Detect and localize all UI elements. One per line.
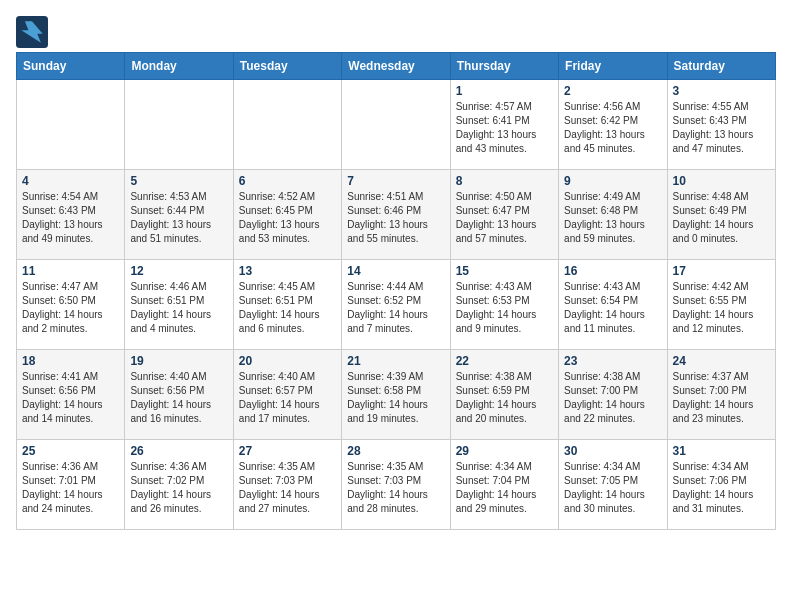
day-number: 21 [347, 354, 444, 368]
day-number: 2 [564, 84, 661, 98]
day-number: 26 [130, 444, 227, 458]
day-info: Sunrise: 4:42 AM Sunset: 6:55 PM Dayligh… [673, 280, 770, 336]
day-number: 24 [673, 354, 770, 368]
calendar-cell: 23Sunrise: 4:38 AM Sunset: 7:00 PM Dayli… [559, 350, 667, 440]
day-number: 19 [130, 354, 227, 368]
day-number: 30 [564, 444, 661, 458]
calendar-cell [342, 80, 450, 170]
day-info: Sunrise: 4:40 AM Sunset: 6:57 PM Dayligh… [239, 370, 336, 426]
day-info: Sunrise: 4:50 AM Sunset: 6:47 PM Dayligh… [456, 190, 553, 246]
day-number: 23 [564, 354, 661, 368]
day-number: 27 [239, 444, 336, 458]
calendar-cell: 9Sunrise: 4:49 AM Sunset: 6:48 PM Daylig… [559, 170, 667, 260]
day-info: Sunrise: 4:41 AM Sunset: 6:56 PM Dayligh… [22, 370, 119, 426]
day-number: 25 [22, 444, 119, 458]
calendar-body: 1Sunrise: 4:57 AM Sunset: 6:41 PM Daylig… [17, 80, 776, 530]
day-number: 3 [673, 84, 770, 98]
calendar-cell: 30Sunrise: 4:34 AM Sunset: 7:05 PM Dayli… [559, 440, 667, 530]
day-info: Sunrise: 4:53 AM Sunset: 6:44 PM Dayligh… [130, 190, 227, 246]
day-number: 22 [456, 354, 553, 368]
calendar-cell: 6Sunrise: 4:52 AM Sunset: 6:45 PM Daylig… [233, 170, 341, 260]
week-row-2: 11Sunrise: 4:47 AM Sunset: 6:50 PM Dayli… [17, 260, 776, 350]
calendar-cell [233, 80, 341, 170]
calendar-cell: 27Sunrise: 4:35 AM Sunset: 7:03 PM Dayli… [233, 440, 341, 530]
calendar-cell: 11Sunrise: 4:47 AM Sunset: 6:50 PM Dayli… [17, 260, 125, 350]
calendar-cell [125, 80, 233, 170]
day-info: Sunrise: 4:45 AM Sunset: 6:51 PM Dayligh… [239, 280, 336, 336]
calendar-cell: 24Sunrise: 4:37 AM Sunset: 7:00 PM Dayli… [667, 350, 775, 440]
day-number: 1 [456, 84, 553, 98]
day-number: 18 [22, 354, 119, 368]
calendar-cell: 16Sunrise: 4:43 AM Sunset: 6:54 PM Dayli… [559, 260, 667, 350]
day-number: 20 [239, 354, 336, 368]
day-info: Sunrise: 4:43 AM Sunset: 6:54 PM Dayligh… [564, 280, 661, 336]
day-info: Sunrise: 4:57 AM Sunset: 6:41 PM Dayligh… [456, 100, 553, 156]
day-info: Sunrise: 4:39 AM Sunset: 6:58 PM Dayligh… [347, 370, 444, 426]
calendar-cell: 21Sunrise: 4:39 AM Sunset: 6:58 PM Dayli… [342, 350, 450, 440]
calendar-cell: 3Sunrise: 4:55 AM Sunset: 6:43 PM Daylig… [667, 80, 775, 170]
day-info: Sunrise: 4:56 AM Sunset: 6:42 PM Dayligh… [564, 100, 661, 156]
logo [16, 16, 52, 48]
calendar-cell: 2Sunrise: 4:56 AM Sunset: 6:42 PM Daylig… [559, 80, 667, 170]
week-row-4: 25Sunrise: 4:36 AM Sunset: 7:01 PM Dayli… [17, 440, 776, 530]
calendar-cell: 19Sunrise: 4:40 AM Sunset: 6:56 PM Dayli… [125, 350, 233, 440]
calendar-cell: 4Sunrise: 4:54 AM Sunset: 6:43 PM Daylig… [17, 170, 125, 260]
day-info: Sunrise: 4:36 AM Sunset: 7:01 PM Dayligh… [22, 460, 119, 516]
calendar-table: SundayMondayTuesdayWednesdayThursdayFrid… [16, 52, 776, 530]
day-info: Sunrise: 4:37 AM Sunset: 7:00 PM Dayligh… [673, 370, 770, 426]
calendar-cell: 20Sunrise: 4:40 AM Sunset: 6:57 PM Dayli… [233, 350, 341, 440]
day-number: 31 [673, 444, 770, 458]
day-number: 13 [239, 264, 336, 278]
day-number: 14 [347, 264, 444, 278]
calendar-cell: 8Sunrise: 4:50 AM Sunset: 6:47 PM Daylig… [450, 170, 558, 260]
week-row-3: 18Sunrise: 4:41 AM Sunset: 6:56 PM Dayli… [17, 350, 776, 440]
header-saturday: Saturday [667, 53, 775, 80]
logo-icon [16, 16, 48, 48]
calendar-cell: 25Sunrise: 4:36 AM Sunset: 7:01 PM Dayli… [17, 440, 125, 530]
day-info: Sunrise: 4:34 AM Sunset: 7:05 PM Dayligh… [564, 460, 661, 516]
calendar-cell: 18Sunrise: 4:41 AM Sunset: 6:56 PM Dayli… [17, 350, 125, 440]
calendar-cell: 12Sunrise: 4:46 AM Sunset: 6:51 PM Dayli… [125, 260, 233, 350]
day-info: Sunrise: 4:38 AM Sunset: 6:59 PM Dayligh… [456, 370, 553, 426]
day-number: 6 [239, 174, 336, 188]
day-number: 8 [456, 174, 553, 188]
calendar-cell: 5Sunrise: 4:53 AM Sunset: 6:44 PM Daylig… [125, 170, 233, 260]
day-info: Sunrise: 4:46 AM Sunset: 6:51 PM Dayligh… [130, 280, 227, 336]
page-header [16, 16, 776, 48]
calendar-cell: 15Sunrise: 4:43 AM Sunset: 6:53 PM Dayli… [450, 260, 558, 350]
header-row: SundayMondayTuesdayWednesdayThursdayFrid… [17, 53, 776, 80]
header-thursday: Thursday [450, 53, 558, 80]
calendar-cell: 17Sunrise: 4:42 AM Sunset: 6:55 PM Dayli… [667, 260, 775, 350]
calendar-cell: 13Sunrise: 4:45 AM Sunset: 6:51 PM Dayli… [233, 260, 341, 350]
header-sunday: Sunday [17, 53, 125, 80]
day-info: Sunrise: 4:48 AM Sunset: 6:49 PM Dayligh… [673, 190, 770, 246]
header-tuesday: Tuesday [233, 53, 341, 80]
calendar-cell [17, 80, 125, 170]
header-friday: Friday [559, 53, 667, 80]
day-info: Sunrise: 4:54 AM Sunset: 6:43 PM Dayligh… [22, 190, 119, 246]
day-number: 10 [673, 174, 770, 188]
day-number: 4 [22, 174, 119, 188]
day-number: 28 [347, 444, 444, 458]
day-info: Sunrise: 4:49 AM Sunset: 6:48 PM Dayligh… [564, 190, 661, 246]
calendar-header: SundayMondayTuesdayWednesdayThursdayFrid… [17, 53, 776, 80]
day-number: 7 [347, 174, 444, 188]
calendar-cell: 26Sunrise: 4:36 AM Sunset: 7:02 PM Dayli… [125, 440, 233, 530]
day-info: Sunrise: 4:38 AM Sunset: 7:00 PM Dayligh… [564, 370, 661, 426]
calendar-cell: 29Sunrise: 4:34 AM Sunset: 7:04 PM Dayli… [450, 440, 558, 530]
day-number: 15 [456, 264, 553, 278]
day-number: 29 [456, 444, 553, 458]
day-number: 16 [564, 264, 661, 278]
day-number: 17 [673, 264, 770, 278]
day-number: 9 [564, 174, 661, 188]
day-info: Sunrise: 4:40 AM Sunset: 6:56 PM Dayligh… [130, 370, 227, 426]
header-wednesday: Wednesday [342, 53, 450, 80]
day-info: Sunrise: 4:44 AM Sunset: 6:52 PM Dayligh… [347, 280, 444, 336]
calendar-cell: 22Sunrise: 4:38 AM Sunset: 6:59 PM Dayli… [450, 350, 558, 440]
day-info: Sunrise: 4:36 AM Sunset: 7:02 PM Dayligh… [130, 460, 227, 516]
day-number: 5 [130, 174, 227, 188]
header-monday: Monday [125, 53, 233, 80]
calendar-cell: 1Sunrise: 4:57 AM Sunset: 6:41 PM Daylig… [450, 80, 558, 170]
day-info: Sunrise: 4:47 AM Sunset: 6:50 PM Dayligh… [22, 280, 119, 336]
day-info: Sunrise: 4:55 AM Sunset: 6:43 PM Dayligh… [673, 100, 770, 156]
